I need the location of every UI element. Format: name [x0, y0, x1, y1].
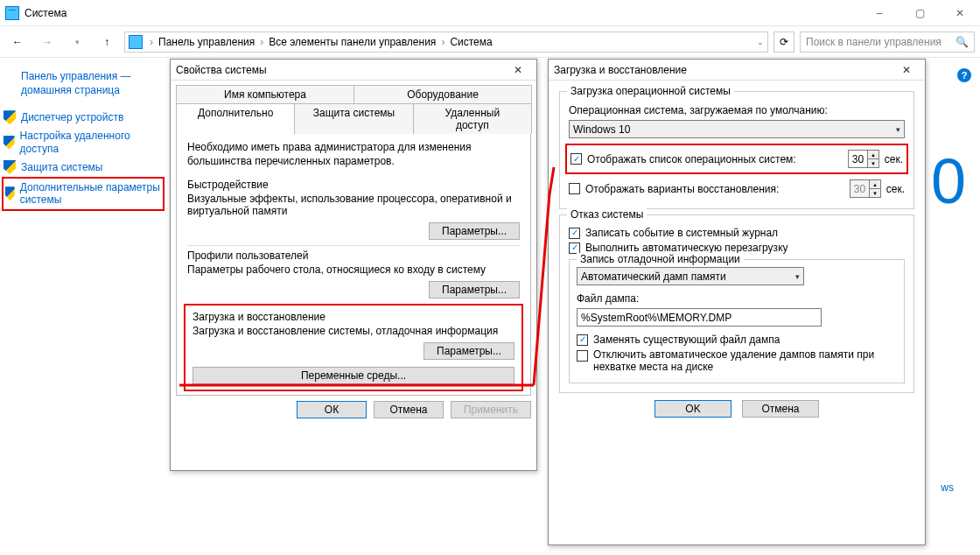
group-title: Запись отладочной информации: [577, 253, 744, 265]
chevron-right-icon[interactable]: ›: [258, 36, 265, 48]
os-list-seconds-spinner[interactable]: 30 ▲▼: [848, 150, 879, 168]
startup-recovery-dialog: Загрузка и восстановление ✕ Загрузка опе…: [548, 59, 926, 545]
nav-back-button[interactable]: ←: [5, 30, 30, 54]
breadcrumb-item[interactable]: Все элементы панели управления: [269, 36, 436, 48]
breadcrumb[interactable]: › Панель управления › Все элементы панел…: [124, 32, 768, 53]
startup-section: Загрузка и восстановление Загрузка и вос…: [192, 311, 514, 360]
checkbox-label: Отображать варианты восстановления:: [585, 183, 779, 195]
checkbox-icon: ✓: [569, 228, 580, 239]
shield-icon: [5, 186, 15, 200]
tab-advanced[interactable]: Дополнительно: [176, 103, 295, 134]
partial-link[interactable]: ws: [941, 481, 954, 494]
recovery-seconds-spinner[interactable]: 30 ▲▼: [850, 179, 881, 198]
section-desc: Загрузка и восстановление системы, отлад…: [192, 325, 514, 337]
dropdown-icon[interactable]: ⌄: [757, 38, 764, 46]
group-title: Отказ системы: [567, 208, 647, 221]
section-desc: Визуальные эффекты, использование процес…: [187, 193, 520, 217]
checkbox-icon: [577, 350, 588, 362]
show-recovery-checkbox[interactable]: Отображать варианты восстановления:: [569, 183, 779, 195]
sidebar-item-advanced[interactable]: Дополнительные параметры системы: [2, 177, 164, 211]
profiles-settings-button[interactable]: Параметры...: [429, 281, 520, 299]
toolbar: ← → ▾ ↑ › Панель управления › Все элемен…: [0, 26, 980, 58]
sidebar-item-label: Диспетчер устройств: [21, 111, 123, 123]
close-icon[interactable]: ✕: [893, 61, 920, 79]
breadcrumb-item[interactable]: Панель управления: [158, 36, 255, 48]
nav-recent-button[interactable]: ▾: [65, 30, 89, 54]
sidebar-item-label: Настройка удаленного доступа: [20, 130, 157, 155]
refresh-button[interactable]: ⟳: [774, 32, 794, 53]
breadcrumb-item[interactable]: Система: [450, 36, 492, 48]
spinner-value: 30: [850, 180, 869, 197]
write-log-checkbox[interactable]: ✓ Записать событие в системный журнал: [569, 227, 905, 239]
tab-protection[interactable]: Защита системы: [294, 103, 413, 134]
tab-computer-name[interactable]: Имя компьютера: [176, 85, 354, 103]
sidebar-item-device-manager[interactable]: Диспетчер устройств: [4, 108, 162, 127]
performance-settings-button[interactable]: Параметры...: [429, 222, 520, 240]
dump-type-select[interactable]: Автоматический дамп памяти ▾: [577, 267, 804, 285]
checkbox-label: Записать событие в системный журнал: [585, 227, 778, 239]
help-icon[interactable]: ?: [957, 68, 971, 82]
sidebar-item-remote[interactable]: Настройка удаленного доступа: [4, 127, 162, 158]
shield-icon: [4, 160, 16, 174]
input-value: %SystemRoot%\MEMORY.DMP: [581, 312, 732, 324]
minimize-button[interactable]: –: [859, 0, 900, 26]
seconds-label: сек.: [885, 153, 903, 165]
partial-content: 0: [931, 145, 954, 217]
close-button[interactable]: ✕: [940, 0, 980, 26]
window-title: Система: [24, 7, 66, 19]
env-vars-button[interactable]: Переменные среды...: [192, 367, 514, 384]
cancel-button[interactable]: Отмена: [742, 400, 819, 418]
dump-file-input[interactable]: %SystemRoot%\MEMORY.DMP: [577, 308, 822, 327]
cancel-button[interactable]: Отмена: [374, 401, 444, 418]
spinner-value: 30: [849, 151, 867, 167]
shield-icon: [4, 110, 16, 124]
chevron-down-icon: ▾: [896, 125, 900, 134]
checkbox-label: Выполнить автоматическую перезагрузку: [585, 242, 788, 254]
debug-subgroup: Запись отладочной информации Автоматичес…: [569, 259, 905, 383]
close-icon[interactable]: ✕: [505, 61, 531, 79]
checkbox-icon: [569, 183, 580, 194]
default-os-label: Операционная система, загружаемая по умо…: [569, 104, 905, 116]
sidebar-item-protection[interactable]: Защита системы: [4, 158, 162, 177]
apply-button[interactable]: Применить: [451, 401, 531, 418]
show-os-list-checkbox[interactable]: ✓ Отображать список операционных систем:: [570, 153, 796, 165]
section-desc: Параметры рабочего стола, относящиеся ко…: [187, 263, 520, 276]
tab-hardware[interactable]: Оборудование: [354, 85, 532, 103]
section-title: Профили пользователей: [187, 249, 520, 262]
window-titlebar: Система – ▢ ✕: [0, 0, 980, 26]
sidebar: Панель управления — домашняя страница Ди…: [0, 58, 162, 555]
profiles-section: Профили пользователей Параметры рабочего…: [187, 249, 520, 299]
sidebar-item-label: Защита системы: [21, 161, 102, 173]
startup-settings-button[interactable]: Параметры...: [424, 342, 514, 360]
chevron-right-icon[interactable]: ›: [148, 36, 155, 48]
maximize-button[interactable]: ▢: [900, 0, 940, 26]
app-icon: [5, 6, 19, 20]
ok-button[interactable]: OK: [654, 400, 732, 418]
nav-up-button[interactable]: ↑: [94, 30, 119, 54]
search-input[interactable]: Поиск в панели управления 🔍: [800, 32, 975, 53]
performance-section: Быстродействие Визуальные эффекты, испол…: [187, 179, 520, 240]
sidebar-item-label: Дополнительные параметры системы: [20, 181, 161, 207]
overwrite-checkbox[interactable]: ✓ Заменять существующий файл дампа: [577, 334, 897, 346]
seconds-label: сек.: [886, 183, 905, 195]
select-value: Windows 10: [573, 123, 630, 136]
dump-file-label: Файл дампа:: [577, 292, 897, 305]
control-panel-home-link[interactable]: Панель управления — домашняя страница: [4, 67, 162, 108]
auto-restart-checkbox[interactable]: ✓ Выполнить автоматическую перезагрузку: [569, 242, 905, 254]
section-title: Загрузка и восстановление: [192, 311, 514, 323]
no-auto-delete-checkbox[interactable]: Отключить автоматическое удаление дампов…: [577, 348, 897, 373]
nav-forward-button[interactable]: →: [35, 30, 60, 54]
ok-button[interactable]: ОК: [297, 401, 367, 418]
section-title: Быстродействие: [187, 179, 520, 191]
failure-group: Отказ системы ✓ Записать событие в систе…: [559, 214, 914, 393]
search-placeholder: Поиск в панели управления: [806, 36, 950, 48]
select-value: Автоматический дамп памяти: [581, 270, 726, 283]
default-os-select[interactable]: Windows 10 ▾: [569, 120, 905, 138]
tab-remote[interactable]: Удаленный доступ: [413, 103, 532, 134]
location-icon: [129, 35, 143, 49]
boot-group: Загрузка операционной системы Операционн…: [559, 91, 914, 209]
shield-icon: [4, 136, 15, 150]
chevron-right-icon[interactable]: ›: [439, 36, 446, 48]
group-title: Загрузка операционной системы: [567, 85, 734, 97]
system-properties-dialog: Свойства системы ✕ Имя компьютера Оборуд…: [170, 59, 537, 471]
